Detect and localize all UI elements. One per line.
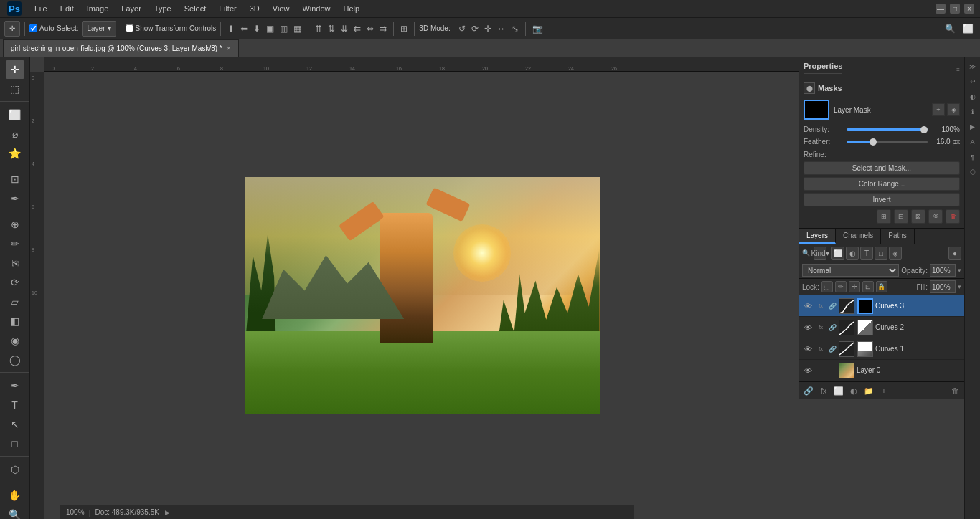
align-right-btn[interactable]: ▦ <box>291 22 303 35</box>
marquee-tool[interactable]: ⬜ <box>6 105 24 124</box>
gradient-tool[interactable]: ◧ <box>6 312 24 330</box>
dodge-tool[interactable]: ◯ <box>6 351 24 369</box>
document-tab[interactable]: girl-streching-in-open-field.jpg @ 100% … <box>3 39 239 57</box>
shape-tool[interactable]: □ <box>6 434 24 453</box>
fill-input[interactable] <box>930 280 956 293</box>
lock-transparent-btn[interactable]: ⬚ <box>821 281 833 292</box>
menu-edit[interactable]: Edit <box>55 3 80 14</box>
history-tool[interactable]: ⟳ <box>6 273 24 292</box>
heal-tool[interactable]: ⊕ <box>6 215 24 234</box>
move-tool[interactable]: ✛ <box>6 60 24 79</box>
layout-btn[interactable]: ⬜ <box>961 22 976 35</box>
dist-left-btn[interactable]: ⇇ <box>352 22 363 35</box>
menu-layer[interactable]: Layer <box>116 3 147 14</box>
mask-vector-btn[interactable]: ◈ <box>947 103 960 116</box>
magic-wand-tool[interactable]: ⭐ <box>6 144 24 163</box>
maximize-button[interactable]: □ <box>950 4 960 14</box>
adjustments-panel-btn[interactable]: ◐ <box>966 90 979 103</box>
3d-pan-btn[interactable]: ✛ <box>482 22 494 35</box>
mask-link-btn[interactable]: ⊠ <box>911 209 925 224</box>
layer-item-curves3[interactable]: 👁 fx 🔗 <box>799 295 964 317</box>
dist-top-btn[interactable]: ⇈ <box>313 22 324 35</box>
color-range-btn[interactable]: Color Range... <box>804 177 960 191</box>
feather-slider[interactable] <box>847 141 928 143</box>
align-hcenter-btn[interactable]: ▥ <box>278 22 290 35</box>
align-left-btn[interactable]: ▣ <box>264 22 276 35</box>
filter-adjustment-btn[interactable]: ◐ <box>846 247 859 260</box>
lock-position-btn[interactable]: ✛ <box>849 281 860 292</box>
add-effect-btn[interactable]: fx <box>817 384 830 397</box>
fill-arrow-icon[interactable]: ▾ <box>958 283 961 290</box>
menu-view[interactable]: View <box>267 3 296 14</box>
opacity-input[interactable] <box>930 264 956 277</box>
new-group-btn[interactable]: 📁 <box>862 384 875 397</box>
tab-close-btn[interactable]: × <box>227 44 231 52</box>
actions-panel-btn[interactable]: ▶ <box>966 120 979 133</box>
layer-1-visibility-btn[interactable]: 👁 <box>802 343 814 355</box>
align-bottom-btn[interactable]: ⬇ <box>251 22 263 35</box>
lock-all-btn[interactable]: 🔒 <box>876 281 887 292</box>
menu-help[interactable]: Help <box>338 3 366 14</box>
layer-1-fx[interactable]: fx <box>816 344 826 354</box>
add-link-btn[interactable]: 🔗 <box>802 384 815 397</box>
tab-paths[interactable]: Paths <box>881 229 915 244</box>
filter-smartobj-btn[interactable]: ◈ <box>889 247 902 260</box>
3d-scale-btn[interactable]: ⤡ <box>509 22 521 35</box>
artboard-tool[interactable]: ⬚ <box>6 80 24 98</box>
dist-bottom-btn[interactable]: ⇊ <box>339 22 350 35</box>
path-select-tool[interactable]: ↖ <box>6 415 24 434</box>
density-thumb[interactable] <box>920 126 928 133</box>
3d-slide-btn[interactable]: ↔ <box>495 22 508 35</box>
search-btn[interactable]: 🔍 <box>943 22 958 35</box>
move-tool-btn[interactable]: ✛ <box>4 21 20 37</box>
brush-tool[interactable]: ✏ <box>6 234 24 253</box>
align-vcenter-btn[interactable]: ⬅ <box>238 22 250 35</box>
pen-tool[interactable]: ✒ <box>6 376 24 395</box>
paragraph-panel-btn[interactable]: ¶ <box>966 151 979 163</box>
crop-tool[interactable]: ⊡ <box>6 170 24 189</box>
opacity-arrow-icon[interactable]: ▾ <box>958 267 961 274</box>
layer-2-visibility-btn[interactable]: 👁 <box>802 322 814 333</box>
layer-3-visibility-btn[interactable]: 👁 <box>802 300 814 312</box>
more-options-btn[interactable]: ⊞ <box>398 22 410 35</box>
filter-active-btn[interactable]: ● <box>948 247 961 260</box>
filter-shape-btn[interactable]: □ <box>875 247 887 260</box>
menu-type[interactable]: Type <box>149 3 177 14</box>
history-panel-btn[interactable]: ↩ <box>966 75 979 88</box>
menu-3d[interactable]: 3D <box>244 3 265 14</box>
layer-2-fx[interactable]: fx <box>816 323 826 333</box>
properties-collapse-btn[interactable]: ≡ <box>956 67 960 73</box>
menu-select[interactable]: Select <box>179 3 212 14</box>
close-button[interactable]: × <box>964 4 974 14</box>
align-top-btn[interactable]: ⬆ <box>225 22 237 35</box>
camera-btn[interactable]: 📷 <box>530 22 545 35</box>
layer-mask-thumbnail[interactable] <box>804 100 829 120</box>
new-layer-btn[interactable]: + <box>877 384 890 397</box>
3d-roll-btn[interactable]: ⟳ <box>469 22 481 35</box>
auto-select-checkbox[interactable] <box>29 24 37 32</box>
tab-layers[interactable]: Layers <box>799 229 836 244</box>
transform-controls-checkbox[interactable] <box>126 24 133 32</box>
3d-rotate-btn[interactable]: ↺ <box>456 22 468 35</box>
filter-pixel-btn[interactable]: ⬜ <box>831 247 844 260</box>
invert-btn[interactable]: Invert <box>804 193 960 206</box>
type-tool[interactable]: T <box>6 396 24 414</box>
minimize-button[interactable]: — <box>936 4 946 14</box>
select-and-mask-btn[interactable]: Select and Mask... <box>804 161 960 175</box>
layer-3-fx[interactable]: fx <box>816 301 826 311</box>
3d-tool[interactable]: ⬡ <box>6 460 24 479</box>
mask-visibility-btn[interactable]: 👁 <box>928 209 943 224</box>
dist-right-btn[interactable]: ⇉ <box>377 22 389 35</box>
lock-paint-btn[interactable]: ✏ <box>835 281 847 292</box>
delete-layer-btn[interactable]: 🗑 <box>948 384 961 397</box>
menu-image[interactable]: Image <box>81 3 115 14</box>
tab-channels[interactable]: Channels <box>836 229 881 244</box>
dist-vc-btn[interactable]: ⇅ <box>326 22 337 35</box>
panel-toggle-btn[interactable]: ≫ <box>966 60 979 73</box>
blur-tool[interactable]: ◉ <box>6 331 24 350</box>
layer-item-layer0[interactable]: 👁 fx 🔗 Layer 0 <box>799 360 964 381</box>
eyedropper-tool[interactable]: ✒ <box>6 189 24 208</box>
mask-apply-btn[interactable]: ⊞ <box>877 209 891 224</box>
eraser-tool[interactable]: ▱ <box>6 292 24 311</box>
character-panel-btn[interactable]: A <box>966 135 979 148</box>
